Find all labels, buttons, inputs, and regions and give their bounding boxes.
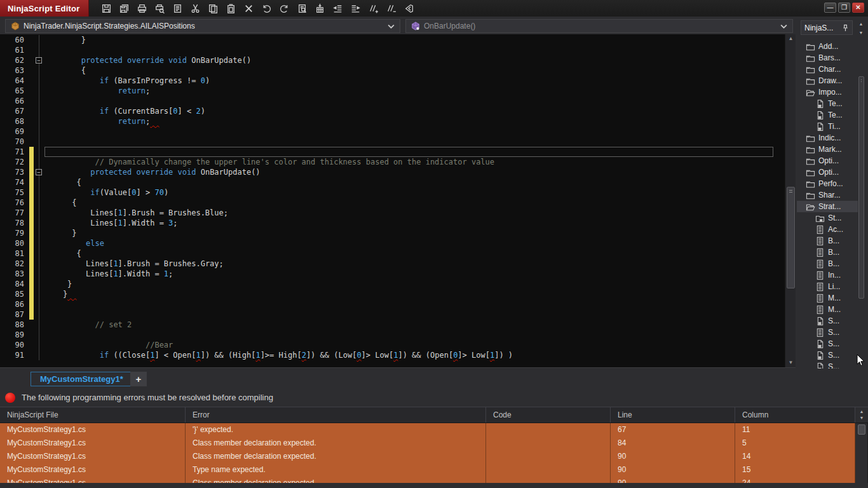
collapse-icon[interactable]: − [36,169,42,175]
increase-indent-icon[interactable] [349,3,361,14]
error-row[interactable]: MyCustomStrategy1.csClass member declara… [0,477,868,483]
editor-vertical-scrollbar[interactable]: ▲ ▼ [785,34,796,367]
decrease-indent-icon[interactable] [332,3,343,14]
table-scrollbar-track[interactable] [855,477,868,483]
save-icon[interactable] [100,3,112,14]
code-text[interactable]: { [44,177,785,187]
code-text[interactable]: return; [44,86,785,96]
code-text[interactable]: Lines[1].Width = 3; [44,218,785,228]
add-comment-icon[interactable] [367,3,379,14]
tree-item-s[interactable]: S... [797,315,858,327]
collapse-icon[interactable]: − [36,57,42,64]
code-editor[interactable]: 60 }6162− protected override void OnBarU… [0,34,796,368]
cut-icon[interactable] [189,3,201,14]
tab-mycustomstrategy1[interactable]: MyCustomStrategy1* [31,372,133,386]
tree-item-mark[interactable]: Mark... [797,144,858,155]
code-text[interactable]: { [44,65,785,76]
scroll-up-icon[interactable]: ▲ [857,20,865,28]
scroll-down-icon[interactable]: ▼ [855,415,868,421]
code-text[interactable] [44,309,785,320]
tree-item-opti[interactable]: Opti... [797,155,858,166]
code-text[interactable]: //Bear [44,340,785,350]
delete-icon[interactable] [243,3,254,14]
tree-item-shar[interactable]: Shar... [797,189,858,201]
scroll-down-icon[interactable]: ▼ [857,29,865,37]
remove-comment-icon[interactable] [385,3,397,14]
code-text[interactable]: } [44,35,785,45]
tree-item-ti[interactable]: Ti... [797,121,858,132]
tree-item-bars[interactable]: Bars... [797,52,858,64]
paste-icon[interactable] [225,3,236,14]
tree-item-strat[interactable]: Strat... [797,201,858,212]
method-selector-dropdown[interactable]: OnBarUpdate() [405,19,793,33]
table-scrollbar-track[interactable] [855,450,868,463]
code-text[interactable]: protected override void OnBarUpdate() [44,55,785,65]
tree-item-b[interactable]: B... [797,247,858,258]
tree-scrollbar[interactable] [858,41,865,372]
code-text[interactable]: return; [44,116,785,126]
code-text[interactable]: else [44,238,785,248]
code-text[interactable]: if (BarsInProgress != 0) [44,76,785,86]
minimize-button[interactable]: — [824,3,836,13]
table-scrollbar-track[interactable] [855,437,868,450]
tree-item-m[interactable]: M... [797,304,858,315]
tree-item-perfo[interactable]: Perfo... [797,178,858,189]
table-scrollbar-track[interactable] [855,463,868,477]
visual-studio-icon[interactable] [403,3,414,14]
code-text[interactable]: // Dynamically change the upper line's c… [44,157,785,167]
code-text[interactable]: Lines[1].Brush = Brushes.Gray; [44,259,785,269]
compile-icon[interactable] [314,3,325,14]
code-text[interactable] [44,137,785,147]
scrollbar-thumb[interactable] [787,187,795,288]
tree-item-st[interactable]: St... [797,212,858,224]
error-row[interactable]: MyCustomStrategy1.csClass member declara… [0,437,868,450]
tree-item-s[interactable]: S... [797,349,858,361]
tree-item-b[interactable]: B... [797,235,858,247]
new-tab-button[interactable]: + [130,372,147,386]
scroll-up-icon[interactable]: ▲ [855,409,868,415]
tree-item-char[interactable]: Char... [797,64,858,75]
code-text[interactable]: } [44,279,785,289]
code-text[interactable]: protected override void OnBarUpdate() [44,167,785,177]
scroll-up-icon[interactable]: ▲ [785,34,796,43]
close-button[interactable]: ✕ [852,3,864,13]
code-text[interactable] [44,96,785,106]
column-header-file[interactable]: NinjaScript File [0,407,186,423]
code-text[interactable] [44,126,785,137]
tree-item-impo[interactable]: Impo... [797,86,858,98]
code-text[interactable]: Lines[1].Brush = Brushes.Blue; [44,208,785,218]
code-text[interactable]: if(Value[0] > 70) [44,187,785,198]
table-scrollbar-thumb[interactable] [858,424,865,435]
print-icon[interactable] [136,3,147,14]
column-header-code[interactable]: Code [486,407,611,423]
undo-icon[interactable] [261,3,272,14]
column-header-error[interactable]: Error [186,407,486,423]
code-text[interactable]: if ((Close[1] < Open[1]) && (High[1]>= H… [44,350,785,360]
print-preview-icon[interactable] [154,3,165,14]
document-icon[interactable] [172,3,183,14]
code-text[interactable] [44,299,785,309]
code-text[interactable] [44,330,785,340]
column-header-line[interactable]: Line [611,407,735,423]
pin-icon[interactable] [842,24,849,32]
tree-item-li[interactable]: Li... [797,281,858,292]
save-all-icon[interactable] [118,3,130,14]
tree-item-ac[interactable]: Ac... [797,224,858,235]
tree-item-te[interactable]: Te... [797,109,858,121]
code-text[interactable]: // set 2 [44,320,785,330]
error-row[interactable]: MyCustomStrategy1.cs'}' expected.6711 [0,423,868,437]
tree-item-indic[interactable]: Indic... [797,132,858,144]
scrollbar-thumb[interactable] [858,76,864,299]
column-header-column[interactable]: Column [735,407,855,423]
tree-item-b[interactable]: B... [797,258,858,269]
code-text[interactable]: { [44,248,785,259]
tree-item-draw[interactable]: Draw... [797,75,858,86]
error-row[interactable]: MyCustomStrategy1.csType name expected.9… [0,463,868,477]
tree-item-add[interactable]: Add... [797,41,858,52]
restore-button[interactable]: ❐ [838,3,850,13]
explorer-header[interactable]: NinjaS... [801,20,853,35]
code-text[interactable]: Lines[1].Width = 1; [44,269,785,279]
error-row[interactable]: MyCustomStrategy1.csClass member declara… [0,450,868,463]
tree-item-s[interactable]: S... [797,327,858,338]
current-line-highlight[interactable] [44,147,773,157]
